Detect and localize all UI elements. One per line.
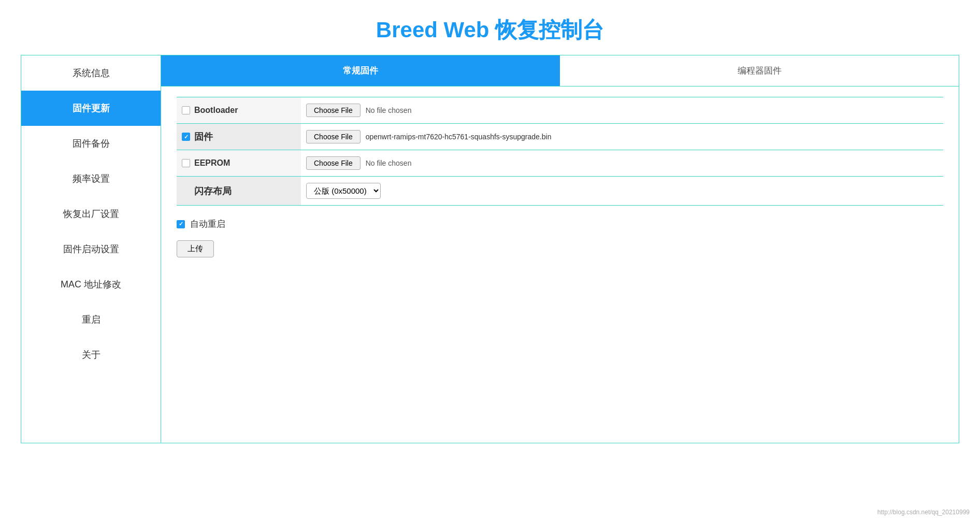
- firmware-row-label: 固件: [182, 131, 296, 143]
- firmware-checkbox[interactable]: [182, 133, 190, 141]
- sidebar: 系统信息 固件更新 固件备份 频率设置 恢复出厂设置 固件启动设置 MAC 地址…: [21, 55, 161, 443]
- table-row: Bootloader Choose File No file chosen: [177, 97, 943, 124]
- tab-regular-firmware[interactable]: 常规固件: [161, 55, 560, 86]
- firmware-file-cell: Choose File openwrt-ramips-mt7620-hc5761…: [301, 124, 943, 150]
- firmware-label-cell: 固件: [177, 124, 301, 150]
- eeprom-checkbox[interactable]: [182, 159, 190, 167]
- eeprom-file-cell: Choose File No file chosen: [301, 150, 943, 177]
- eeprom-row-label: EEPROM: [182, 158, 296, 168]
- sidebar-item-system-info[interactable]: 系统信息: [21, 55, 161, 91]
- sidebar-item-reboot[interactable]: 重启: [21, 302, 161, 337]
- sidebar-item-firmware-backup[interactable]: 固件备份: [21, 126, 161, 161]
- bootloader-file-cell: Choose File No file chosen: [301, 97, 943, 124]
- main-layout: 系统信息 固件更新 固件备份 频率设置 恢复出厂设置 固件启动设置 MAC 地址…: [21, 55, 959, 443]
- content-area: 常规固件 编程器固件 Bootloader: [161, 55, 959, 443]
- flash-layout-select[interactable]: 公版 (0x50000) 自定义: [306, 183, 381, 199]
- eeprom-file-status: No file chosen: [366, 159, 412, 167]
- form-area: Bootloader Choose File No file chosen: [161, 86, 959, 268]
- auto-reboot-label: 自动重启: [190, 218, 225, 230]
- firmware-choose-file-button[interactable]: Choose File: [306, 130, 361, 143]
- table-row: 闪存布局 公版 (0x50000) 自定义: [177, 177, 943, 206]
- flash-layout-label-cell: 闪存布局: [177, 177, 301, 206]
- eeprom-choose-file-button[interactable]: Choose File: [306, 156, 361, 170]
- bootloader-file-status: No file chosen: [366, 106, 412, 114]
- flash-layout-select-row: 公版 (0x50000) 自定义: [306, 183, 938, 199]
- table-row: EEPROM Choose File No file chosen: [177, 150, 943, 177]
- eeprom-label-cell: EEPROM: [177, 150, 301, 177]
- sidebar-item-boot-settings[interactable]: 固件启动设置: [21, 231, 161, 267]
- sidebar-item-mac-modify[interactable]: MAC 地址修改: [21, 267, 161, 302]
- firmware-file-input: Choose File openwrt-ramips-mt7620-hc5761…: [306, 130, 938, 143]
- sidebar-item-firmware-update[interactable]: 固件更新: [21, 91, 161, 126]
- footer-note: http://blog.csdn.net/qq_20210999: [877, 509, 970, 516]
- bootloader-row-label: Bootloader: [182, 106, 296, 115]
- flash-layout-cell: 公版 (0x50000) 自定义: [301, 177, 943, 206]
- sidebar-item-about[interactable]: 关于: [21, 337, 161, 372]
- firmware-file-name: openwrt-ramips-mt7620-hc5761-squashfs-sy…: [366, 133, 552, 141]
- table-row: 固件 Choose File openwrt-ramips-mt7620-hc5…: [177, 124, 943, 150]
- tab-bar: 常规固件 编程器固件: [161, 55, 959, 86]
- page-title: Breed Web 恢复控制台: [0, 0, 980, 55]
- tab-programmer-firmware[interactable]: 编程器固件: [560, 55, 959, 86]
- bootloader-file-input: Choose File No file chosen: [306, 104, 938, 117]
- sidebar-item-freq-settings[interactable]: 频率设置: [21, 161, 161, 196]
- bootloader-checkbox[interactable]: [182, 106, 190, 114]
- auto-reboot-checkbox[interactable]: [177, 220, 185, 228]
- sidebar-item-factory-reset[interactable]: 恢复出厂设置: [21, 196, 161, 231]
- bootloader-choose-file-button[interactable]: Choose File: [306, 104, 361, 117]
- auto-reboot-row: 自动重启: [177, 218, 943, 230]
- firmware-form-table: Bootloader Choose File No file chosen: [177, 97, 943, 206]
- upload-button[interactable]: 上传: [177, 240, 214, 257]
- eeprom-file-input: Choose File No file chosen: [306, 156, 938, 170]
- bootloader-label-cell: Bootloader: [177, 97, 301, 124]
